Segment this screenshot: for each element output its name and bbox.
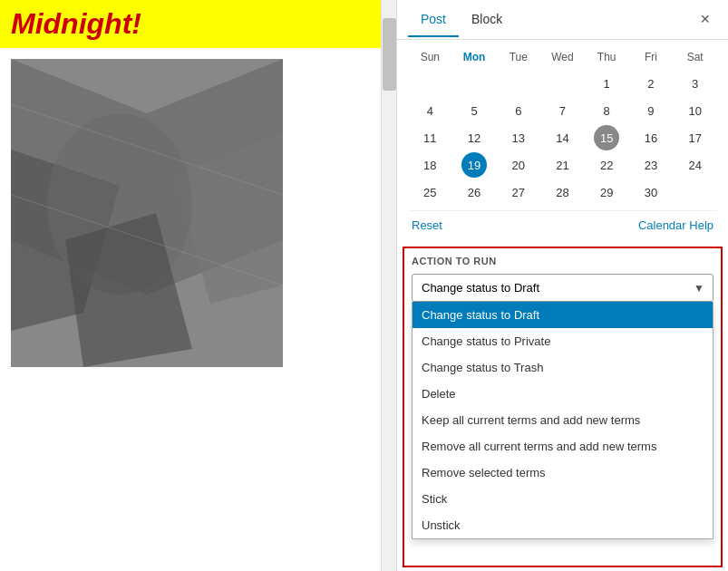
calendar-footer: Reset Calendar Help — [408, 210, 717, 239]
tab-block[interactable]: Block — [459, 3, 515, 37]
calendar: Sun Mon Tue Wed Thu Fri Sat 1 2 3 4 5 6 … — [397, 40, 728, 247]
dropdown-item-4[interactable]: Keep all current terms and add new terms — [413, 407, 713, 433]
cal-cell-11[interactable]: 11 — [417, 125, 442, 150]
cal-cell-12[interactable]: 12 — [461, 125, 487, 150]
cal-cell-8[interactable]: 8 — [594, 98, 619, 123]
scrollbar-thumb[interactable] — [383, 18, 396, 91]
cal-cell-29[interactable]: 29 — [594, 179, 619, 205]
cal-cell-14[interactable]: 14 — [549, 125, 575, 150]
cal-cell-10[interactable]: 10 — [683, 98, 708, 123]
cal-cell-9[interactable]: 9 — [638, 98, 664, 123]
dropdown-item-6[interactable]: Remove selected terms — [413, 460, 713, 486]
right-panel: Post Block × Sun Mon Tue Wed Thu Fri Sat… — [396, 0, 728, 571]
cal-cell-3[interactable]: 3 — [683, 71, 708, 96]
cal-cell-21[interactable]: 21 — [549, 152, 575, 178]
cal-cell-23[interactable]: 23 — [638, 152, 664, 178]
dropdown-wrapper[interactable]: Change status to Draft Change status to … — [412, 274, 713, 302]
day-thu: Thu — [585, 47, 629, 67]
cal-cell-5[interactable]: 5 — [461, 98, 487, 123]
cal-cell-7[interactable]: 7 — [549, 98, 575, 123]
cal-cell — [461, 71, 487, 96]
calendar-help-link[interactable]: Calendar Help — [638, 218, 713, 232]
cal-cell-24[interactable]: 24 — [683, 152, 708, 178]
cal-cell-17[interactable]: 17 — [683, 125, 708, 150]
cal-cell-30[interactable]: 30 — [638, 179, 664, 205]
reset-link[interactable]: Reset — [412, 218, 442, 232]
cal-cell-20[interactable]: 20 — [506, 152, 531, 178]
cal-cell-1[interactable]: 1 — [594, 71, 619, 96]
left-panel: Midnight! — [0, 0, 381, 571]
page-title: Midnight! — [11, 7, 141, 40]
cal-cell-28[interactable]: 28 — [549, 179, 575, 205]
title-banner: Midnight! — [0, 0, 381, 48]
dropdown-item-1[interactable]: Change status to Private — [413, 328, 713, 354]
dropdown-item-0[interactable]: Change status to Draft — [413, 302, 713, 328]
featured-image — [11, 59, 283, 367]
day-sat: Sat — [673, 47, 717, 67]
cal-cell — [549, 71, 575, 96]
calendar-grid: 1 2 3 4 5 6 7 8 9 10 11 12 13 14 15 16 1… — [408, 71, 717, 205]
dropdown-list[interactable]: Change status to Draft Change status to … — [412, 302, 713, 539]
cal-cell-18[interactable]: 18 — [417, 152, 442, 178]
cal-cell-19[interactable]: 19 — [461, 152, 487, 178]
dropdown-item-5[interactable]: Remove all current terms and add new ter… — [413, 433, 713, 460]
cal-cell — [417, 71, 442, 96]
cal-cell — [506, 71, 531, 96]
day-sun: Sun — [408, 47, 452, 67]
cal-cell-15[interactable]: 15 — [594, 125, 619, 150]
cal-cell-25[interactable]: 25 — [417, 179, 442, 205]
cal-cell — [683, 179, 708, 205]
cal-cell-2[interactable]: 2 — [638, 71, 664, 96]
dropdown-item-7[interactable]: Stick — [413, 486, 713, 512]
tabs-bar: Post Block × — [397, 0, 728, 40]
action-dropdown[interactable]: Change status to Draft Change status to … — [412, 274, 713, 302]
cal-cell-22[interactable]: 22 — [594, 152, 619, 178]
dropdown-item-2[interactable]: Change status to Trash — [413, 354, 713, 381]
dropdown-item-8[interactable]: Unstick — [413, 512, 713, 538]
action-label: ACTION TO RUN — [412, 256, 713, 266]
cal-cell-4[interactable]: 4 — [417, 98, 442, 123]
calendar-day-names: Sun Mon Tue Wed Thu Fri Sat — [408, 47, 717, 67]
cal-cell-6[interactable]: 6 — [506, 98, 531, 123]
cal-cell-16[interactable]: 16 — [638, 125, 664, 150]
cal-cell-27[interactable]: 27 — [506, 179, 531, 205]
cal-cell-13[interactable]: 13 — [506, 125, 531, 150]
day-mon: Mon — [452, 47, 497, 67]
day-tue: Tue — [496, 47, 540, 67]
scrollbar[interactable] — [381, 0, 396, 571]
close-button[interactable]: × — [693, 6, 717, 33]
dropdown-item-3[interactable]: Delete — [413, 381, 713, 407]
day-wed: Wed — [540, 47, 585, 67]
tab-post[interactable]: Post — [408, 3, 459, 37]
day-fri: Fri — [629, 47, 674, 67]
cal-cell-26[interactable]: 26 — [461, 179, 487, 205]
action-section: ACTION TO RUN Change status to Draft Cha… — [403, 247, 723, 567]
